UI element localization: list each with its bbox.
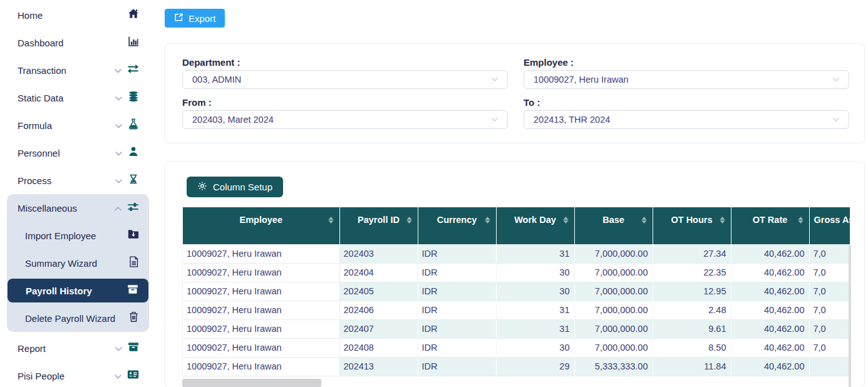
sidebar-item-label: Process (18, 175, 115, 186)
cell-currency: IDR (418, 357, 496, 376)
cell-gross: 7,0 (809, 338, 850, 357)
sidebar-item-summary-wizard[interactable]: Summary Wizard (7, 249, 149, 277)
column-header-label: Employee (240, 215, 283, 225)
employee-select[interactable]: 10009027, Heru Irawan (524, 70, 849, 89)
column-header-label: OT Rate (753, 215, 788, 225)
vertical-scrollbar[interactable] (849, 245, 851, 387)
sidebar-item-dashboard[interactable]: Dashboard (0, 29, 155, 56)
miscellaneous-group: Miscellaneous Import Employee Summary Wi… (7, 194, 149, 332)
sidebar-item-report[interactable]: Report (0, 334, 155, 362)
cell-ot-hours: 27.34 (653, 244, 731, 263)
cell-gross: 7,0 (809, 282, 850, 301)
table-row[interactable]: 10009027, Heru Irawan 202406 IDR 31 7,00… (183, 301, 850, 319)
database-icon (128, 91, 139, 105)
cell-employee: 10009027, Heru Irawan (183, 338, 339, 357)
id-card-icon (127, 369, 139, 382)
column-header-employee[interactable]: Employee (183, 207, 339, 244)
cell-employee: 10009027, Heru Irawan (183, 301, 339, 319)
table-row[interactable]: 10009027, Heru Irawan 202413 IDR 29 5,33… (183, 357, 850, 376)
sort-icon (485, 217, 490, 224)
column-header-payroll-id[interactable]: Payroll ID (339, 207, 418, 244)
user-icon (128, 146, 139, 160)
sidebar-item-process[interactable]: Process (0, 167, 155, 194)
department-select[interactable]: 003, ADMIN (182, 70, 508, 89)
chevron-down-icon (115, 92, 122, 103)
sort-icon (563, 217, 569, 224)
column-header-gross[interactable]: Gross As (809, 207, 850, 244)
cell-base: 5,333,333.00 (574, 357, 653, 376)
sidebar-item-pisi-people[interactable]: Pisi People (0, 362, 155, 387)
cell-gross: 7,0 (809, 263, 850, 282)
sidebar-item-label: Report (18, 343, 115, 354)
table-row[interactable]: 10009027, Heru Irawan 202407 IDR 31 7,00… (183, 319, 850, 338)
chevron-down-icon (115, 120, 122, 131)
gear-icon (197, 181, 207, 193)
column-header-ot-hours[interactable]: OT Hours (653, 207, 731, 244)
cell-gross: 7,0 (809, 244, 850, 263)
sidebar: Home Dashboard Transaction Static Data F… (0, 0, 155, 387)
table-row[interactable]: 10009027, Heru Irawan 202403 IDR 31 7,00… (183, 244, 850, 263)
sidebar-item-payroll-history[interactable]: Payroll History (8, 279, 148, 302)
column-header-label: Base (602, 215, 624, 225)
cell-work-day: 29 (496, 357, 574, 376)
column-header-label: OT Hours (671, 215, 712, 225)
sidebar-item-miscellaneous[interactable]: Miscellaneous (7, 194, 149, 222)
column-header-base[interactable]: Base (574, 207, 653, 244)
cell-base: 7,000,000.00 (574, 301, 653, 319)
from-select[interactable]: 202403, Maret 2024 (182, 110, 508, 129)
sidebar-item-label: Pisi People (18, 371, 115, 381)
cell-ot-rate: 40,462.00 (731, 301, 809, 319)
sidebar-item-formula[interactable]: Formula (0, 111, 155, 139)
document-icon (128, 256, 139, 270)
cell-work-day: 31 (496, 244, 574, 263)
sidebar-item-delete-payroll-wizard[interactable]: Delete Payroll Wizard (7, 304, 149, 332)
cell-employee: 10009027, Heru Irawan (183, 357, 339, 376)
cell-base: 7,000,000.00 (574, 263, 653, 282)
sidebar-item-label: Dashboard (18, 38, 128, 48)
cell-ot-hours: 22.35 (653, 263, 731, 282)
cell-currency: IDR (418, 319, 496, 338)
cell-employee: 10009027, Heru Irawan (183, 282, 339, 301)
column-header-ot-rate[interactable]: OT Rate (731, 207, 809, 244)
cell-work-day: 30 (496, 338, 574, 357)
column-setup-label: Column Setup (213, 182, 272, 192)
sidebar-item-label: Miscellaneous (18, 203, 115, 214)
cell-currency: IDR (418, 301, 496, 319)
cell-ot-hours: 9.61 (653, 319, 731, 338)
column-header-work-day[interactable]: Work Day (496, 207, 574, 244)
cell-base: 7,000,000.00 (574, 319, 653, 338)
column-setup-button[interactable]: Column Setup (187, 177, 283, 197)
trash-icon (128, 311, 139, 325)
department-select-value: 003, ADMIN (192, 75, 241, 85)
sidebar-item-import-employee[interactable]: Import Employee (7, 222, 149, 249)
table-row[interactable]: 10009027, Heru Irawan 202408 IDR 30 7,00… (183, 338, 850, 357)
archive-icon (128, 342, 139, 354)
export-icon (174, 13, 183, 24)
cell-ot-rate: 40,462.00 (731, 338, 809, 357)
chevron-down-icon (491, 117, 499, 122)
horizontal-scrollbar-thumb[interactable] (182, 379, 321, 387)
table-row[interactable]: 10009027, Heru Irawan 202405 IDR 30 7,00… (183, 282, 850, 301)
sidebar-item-personnel[interactable]: Personnel (0, 139, 155, 167)
cell-base: 7,000,000.00 (574, 244, 653, 263)
cell-ot-rate: 40,462.00 (731, 357, 809, 376)
filter-panel: Department : 003, ADMIN Employee : 10009… (165, 43, 865, 143)
cell-payroll-id: 202408 (339, 338, 418, 357)
sort-icon (720, 217, 725, 224)
chevron-down-icon (115, 370, 121, 381)
sidebar-item-label: Payroll History (26, 286, 127, 296)
cell-payroll-id: 202403 (339, 244, 418, 263)
table-row[interactable]: 10009027, Heru Irawan 202404 IDR 30 7,00… (183, 263, 850, 282)
cell-work-day: 30 (496, 282, 574, 301)
cell-ot-rate: 40,462.00 (731, 263, 809, 282)
sidebar-item-static-data[interactable]: Static Data (0, 84, 155, 111)
sort-icon (798, 217, 803, 224)
to-select-value: 202413, THR 2024 (534, 115, 610, 125)
export-button[interactable]: Export (165, 9, 225, 28)
to-select[interactable]: 202413, THR 2024 (524, 110, 849, 129)
chevron-down-icon (115, 343, 122, 354)
sidebar-item-transaction[interactable]: Transaction (0, 56, 155, 84)
column-header-currency[interactable]: Currency (418, 207, 496, 244)
chevron-down-icon (491, 77, 499, 82)
sidebar-item-home[interactable]: Home (0, 1, 155, 29)
